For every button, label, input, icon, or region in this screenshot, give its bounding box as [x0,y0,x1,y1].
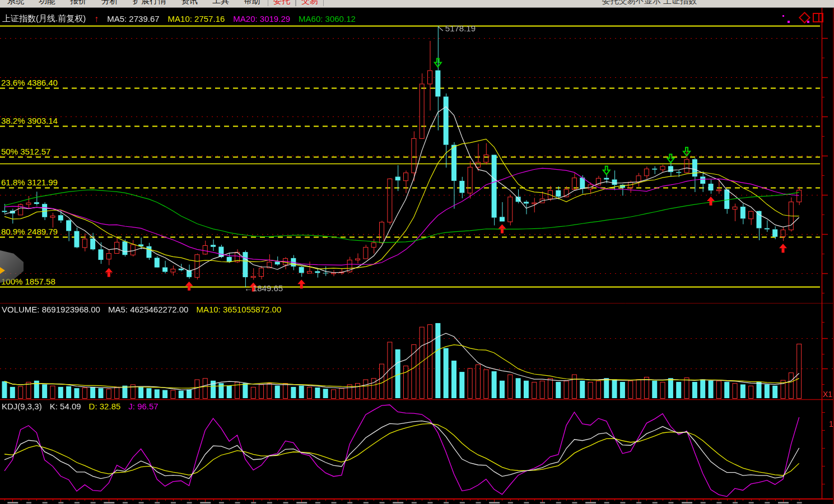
menu-bar: 系统 功能 报价 分析 扩展行情 资讯 工具 帮助 委托 交易 委托交易不显示 … [0,0,834,8]
menu-item-analysis[interactable]: 分析 [94,0,125,6]
menu-item-tools[interactable]: 工具 [205,0,236,6]
ma-readout-3: MA60: 3060.12 [299,14,356,24]
ma-readout-0: MA5: 2739.67 [107,14,159,24]
chart-header-row: 上证指数(月线.前复权) ↑ MA5: 2739.67MA10: 2757.16… [2,13,356,24]
volume-value: VOLUME: 8691923968.00 [2,305,100,314]
volume-ma10-value: MA10: 3651055872.00 [196,305,281,314]
volume-header-row: VOLUME: 8691923968.00 MA5: 4625462272.00… [2,305,281,314]
kdj-d-value: D: 32.85 [89,402,121,411]
menu-item-function[interactable]: 功能 [31,0,63,6]
stock-app-window: 系统 功能 报价 分析 扩展行情 资讯 工具 帮助 委托 交易 委托交易不显示 … [0,0,834,504]
drawtool-dot-icon [807,21,809,23]
stock-chart-canvas[interactable] [0,0,834,504]
up-arrow-icon: ↑ [94,14,99,24]
sidebar-arrow-icon [0,267,5,274]
menu-item-system[interactable]: 系统 [0,0,31,6]
kdj-header-row: KDJ(9,3,3) K: 54.09 D: 32.85 J: 96.57 [2,402,159,411]
ma-readout-2: MA20: 3019.29 [233,14,290,24]
kdj-name: KDJ(9,3,3) [2,402,42,411]
volume-ma5-value: MA5: 4625462272.00 [108,305,188,314]
ma-readout-1: MA10: 2757.16 [168,14,225,24]
clipped-scale-label: 1 [829,419,833,428]
menu-item-broker[interactable]: 委托 [268,0,296,6]
menu-right-status: 委托交易不显示 上证指数 [602,0,697,6]
kdj-j-value: J: 96.57 [128,402,158,411]
trough-price-annotation: ←1849.65 [244,283,283,293]
ma-readout-list: MA5: 2739.67MA10: 2757.16MA20: 3019.29MA… [107,14,356,24]
peak-price-annotation: 5178.19 [445,24,476,33]
drawtool-dot-icon [782,15,784,17]
volume-scale-multiplier-label: X1 [823,390,832,399]
menu-item-help[interactable]: 帮助 [236,0,268,6]
menu-item-ext-market[interactable]: 扩展行情 [125,0,174,6]
split-window-icon[interactable] [813,13,823,22]
menu-item-quotes[interactable]: 报价 [63,0,94,6]
menu-item-trade[interactable]: 交易 [296,0,324,6]
symbol-title: 上证指数(月线.前复权) [2,13,86,24]
menu-item-info[interactable]: 资讯 [174,0,205,6]
drawtool-dot-icon [788,21,790,23]
kdj-k-value: K: 54.09 [50,402,81,411]
